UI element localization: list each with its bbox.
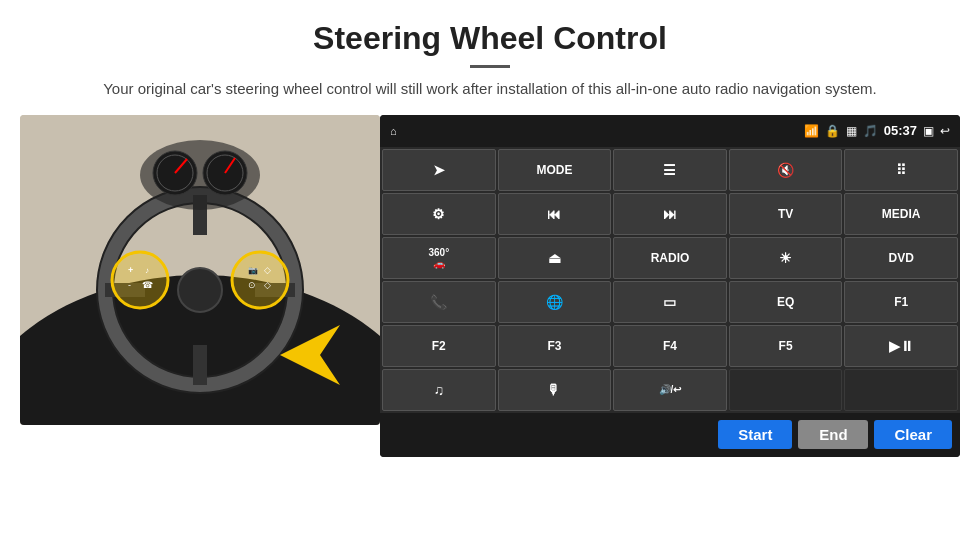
- svg-text:+: +: [128, 265, 133, 275]
- clear-button[interactable]: Clear: [874, 420, 952, 449]
- status-bar: ⌂ 📶 🔒 ▦ 🎵 05:37 ▣ ↩: [380, 115, 960, 147]
- btn-f2[interactable]: F2: [382, 325, 496, 367]
- bluetooth-icon: 🎵: [863, 124, 878, 138]
- bottom-bar: Start End Clear: [380, 413, 960, 457]
- radio-panel: ⌂ 📶 🔒 ▦ 🎵 05:37 ▣ ↩ ➤ MODE ☰ 🔇 ⠿ ⚙ ⏮ ⏭: [380, 115, 960, 457]
- btn-next[interactable]: ⏭: [613, 193, 727, 235]
- btn-vol-call[interactable]: 🔊/↩: [613, 369, 727, 411]
- btn-360[interactable]: 360°🚗: [382, 237, 496, 279]
- subtitle: Your original car's steering wheel contr…: [0, 78, 980, 115]
- home-icon: ⌂: [390, 125, 397, 137]
- btn-phone[interactable]: 📞: [382, 281, 496, 323]
- back-icon: ↩: [940, 124, 950, 138]
- end-button[interactable]: End: [798, 420, 868, 449]
- btn-playpause[interactable]: ▶⏸: [844, 325, 958, 367]
- screen-icon: ▣: [923, 124, 934, 138]
- btn-f1[interactable]: F1: [844, 281, 958, 323]
- page-title: Steering Wheel Control: [0, 0, 980, 57]
- svg-text:-: -: [128, 280, 131, 290]
- btn-f5[interactable]: F5: [729, 325, 843, 367]
- svg-text:📷: 📷: [248, 265, 258, 275]
- btn-screen[interactable]: ▭: [613, 281, 727, 323]
- btn-f3[interactable]: F3: [498, 325, 612, 367]
- content-area: + ♪ - ☎ 📷 ◇ ⊙ ◇ ⌂: [20, 115, 960, 457]
- btn-mode[interactable]: MODE: [498, 149, 612, 191]
- btn-prev[interactable]: ⏮: [498, 193, 612, 235]
- status-right: 📶 🔒 ▦ 🎵 05:37 ▣ ↩: [804, 123, 950, 138]
- status-left: ⌂: [390, 125, 397, 137]
- btn-tv[interactable]: TV: [729, 193, 843, 235]
- btn-list[interactable]: ☰: [613, 149, 727, 191]
- btn-music[interactable]: ♫: [382, 369, 496, 411]
- status-time: 05:37: [884, 123, 917, 138]
- sim-icon: ▦: [846, 124, 857, 138]
- btn-settings[interactable]: ⚙: [382, 193, 496, 235]
- wifi-icon: 📶: [804, 124, 819, 138]
- button-grid: ➤ MODE ☰ 🔇 ⠿ ⚙ ⏮ ⏭ TV MEDIA 360°🚗 ⏏ RADI…: [380, 147, 960, 413]
- svg-text:◇: ◇: [264, 280, 271, 290]
- btn-eq[interactable]: EQ: [729, 281, 843, 323]
- btn-mute[interactable]: 🔇: [729, 149, 843, 191]
- svg-text:◇: ◇: [264, 265, 271, 275]
- svg-point-8: [178, 268, 222, 312]
- btn-empty1: [729, 369, 843, 411]
- svg-text:⊙: ⊙: [248, 280, 256, 290]
- start-button[interactable]: Start: [718, 420, 792, 449]
- svg-point-10: [232, 252, 288, 308]
- btn-mic[interactable]: 🎙: [498, 369, 612, 411]
- btn-empty2: [844, 369, 958, 411]
- btn-eject[interactable]: ⏏: [498, 237, 612, 279]
- car-image: + ♪ - ☎ 📷 ◇ ⊙ ◇: [20, 115, 380, 425]
- btn-brightness[interactable]: ☀: [729, 237, 843, 279]
- svg-text:☎: ☎: [142, 280, 153, 290]
- btn-radio[interactable]: RADIO: [613, 237, 727, 279]
- btn-apps[interactable]: ⠿: [844, 149, 958, 191]
- svg-point-9: [112, 252, 168, 308]
- btn-navigate[interactable]: ➤: [382, 149, 496, 191]
- btn-f4[interactable]: F4: [613, 325, 727, 367]
- lock-icon: 🔒: [825, 124, 840, 138]
- btn-media[interactable]: MEDIA: [844, 193, 958, 235]
- title-divider: [470, 65, 510, 68]
- btn-dvd[interactable]: DVD: [844, 237, 958, 279]
- svg-text:♪: ♪: [145, 266, 149, 275]
- btn-browser[interactable]: 🌐: [498, 281, 612, 323]
